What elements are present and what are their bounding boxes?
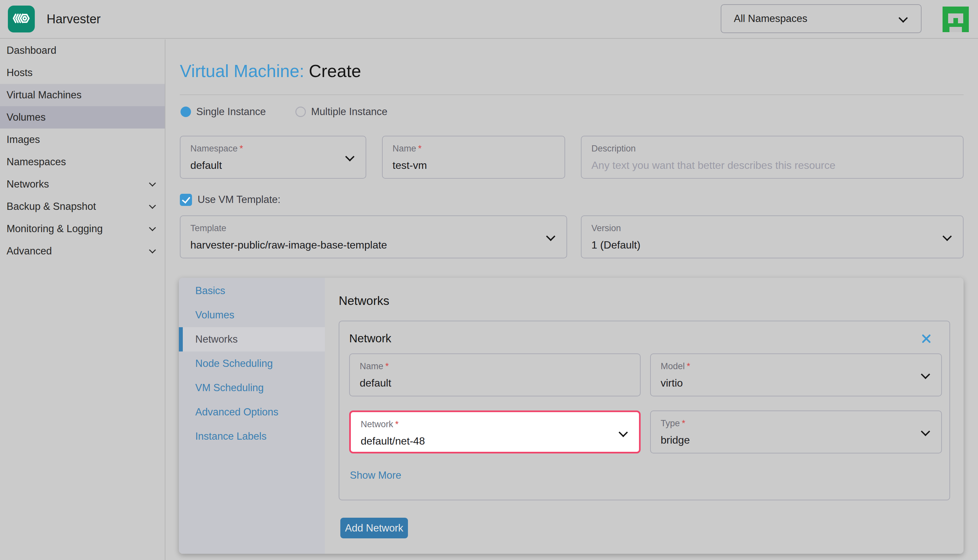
chevron-down-icon — [345, 152, 354, 161]
tab-networks[interactable]: Networks — [179, 327, 325, 352]
sidebar-item-namespaces[interactable]: Namespaces — [0, 151, 165, 173]
chevron-down-icon — [921, 370, 930, 379]
network-model-label: Model — [660, 361, 685, 371]
version-label: Version — [592, 223, 621, 233]
sidebar-nav: Dashboard Hosts Virtual Machines Volumes… — [0, 39, 166, 560]
use-vm-template-label: Use VM Template: — [197, 194, 281, 205]
description-field[interactable]: Description Any text you want that bette… — [581, 136, 963, 179]
network-name-value: default — [360, 377, 391, 389]
required-marker: * — [687, 361, 690, 371]
page-title-action: Create — [309, 61, 361, 81]
chevron-down-icon — [546, 232, 555, 241]
network-name-field[interactable]: Name* default — [349, 353, 640, 397]
description-label: Description — [592, 143, 636, 153]
version-value: 1 (Default) — [592, 239, 640, 251]
sidebar-item-images[interactable]: Images — [0, 128, 165, 151]
namespace-filter-value: All Namespaces — [734, 13, 807, 25]
sidebar-item-virtual-machines[interactable]: Virtual Machines — [0, 84, 165, 106]
sidebar-item-monitoring-logging[interactable]: Monitoring & Logging — [0, 218, 165, 240]
tab-volumes[interactable]: Volumes — [179, 303, 325, 327]
required-marker: * — [239, 143, 243, 153]
network-model-select[interactable]: Model* virtio — [650, 353, 942, 397]
sidebar-item-volumes[interactable]: Volumes — [0, 106, 165, 128]
page-title-resource: Virtual Machine: — [180, 61, 304, 81]
network-model-value: virtio — [660, 377, 683, 389]
sidebar-item-advanced[interactable]: Advanced — [0, 240, 165, 262]
network-network-value: default/net-48 — [361, 435, 425, 447]
chevron-down-icon — [921, 427, 930, 436]
name-field[interactable]: Name* test-vm — [382, 136, 565, 179]
network-type-select[interactable]: Type* bridge — [650, 410, 942, 453]
version-select[interactable]: Version 1 (Default) — [581, 215, 963, 258]
required-marker: * — [385, 361, 389, 371]
required-marker: * — [395, 419, 399, 429]
chevron-down-icon — [149, 246, 156, 253]
networks-section-heading: Networks — [339, 294, 389, 308]
multiple-instance-label: Multiple Instance — [311, 106, 388, 118]
harvester-logo-icon — [11, 8, 32, 30]
template-select[interactable]: Template harvester-public/raw-image-base… — [180, 215, 567, 258]
config-tabstrip: Basics Volumes Networks Node Scheduling … — [179, 278, 325, 554]
tab-node-scheduling[interactable]: Node Scheduling — [179, 352, 325, 376]
networks-tab-content: Networks Network Name* default Model* vi… — [325, 278, 963, 554]
rancher-logo-icon[interactable] — [943, 7, 969, 32]
chevron-down-icon — [619, 428, 628, 437]
namespace-filter-select[interactable]: All Namespaces — [721, 4, 921, 33]
instance-mode-radio-group: Single Instance Multiple Instance — [181, 105, 388, 118]
close-icon[interactable] — [920, 332, 932, 345]
name-value: test-vm — [393, 159, 427, 172]
sidebar-item-networks[interactable]: Networks — [0, 173, 165, 195]
namespace-value: default — [191, 159, 222, 172]
required-marker: * — [418, 143, 422, 153]
chevron-down-icon — [899, 13, 908, 23]
use-vm-template-checkbox[interactable] — [180, 194, 192, 206]
sidebar-item-dashboard[interactable]: Dashboard — [0, 39, 165, 62]
network-network-label: Network — [361, 419, 393, 429]
app-title: Harvester — [47, 0, 101, 38]
harvester-logo[interactable] — [8, 5, 35, 32]
add-network-button[interactable]: Add Network — [340, 518, 408, 538]
harvester-app: Harvester All Namespaces Dashboard Hosts… — [0, 0, 978, 560]
name-label: Name — [393, 143, 416, 153]
title-divider — [180, 95, 963, 95]
template-value: harvester-public/raw-image-base-template — [191, 239, 387, 251]
sidebar-item-backup-snapshot[interactable]: Backup & Snapshot — [0, 195, 165, 218]
single-instance-label: Single Instance — [196, 106, 266, 118]
description-placeholder: Any text you want that better describes … — [592, 159, 835, 172]
network-name-label: Name — [360, 361, 383, 371]
multiple-instance-radio[interactable] — [295, 107, 306, 117]
show-more-link[interactable]: Show More — [350, 470, 401, 481]
tab-advanced-options[interactable]: Advanced Options — [179, 400, 325, 424]
network-type-label: Type — [660, 418, 680, 428]
chevron-down-icon — [149, 202, 156, 208]
use-vm-template-row: Use VM Template: — [180, 193, 281, 206]
template-label: Template — [191, 223, 226, 233]
namespace-label: Namespace — [191, 143, 237, 153]
vm-config-panel: Basics Volumes Networks Node Scheduling … — [179, 278, 963, 554]
tab-instance-labels[interactable]: Instance Labels — [179, 424, 325, 448]
namespace-select[interactable]: Namespace* default — [180, 136, 366, 179]
single-instance-radio[interactable] — [181, 107, 191, 117]
network-network-select[interactable]: Network* default/net-48 — [349, 410, 640, 453]
network-card: Network Name* default Model* virtio Netw… — [339, 321, 950, 500]
page-title: Virtual Machine:Create — [180, 61, 361, 81]
top-bar: Harvester All Namespaces — [0, 0, 978, 39]
tab-basics[interactable]: Basics — [179, 279, 325, 303]
required-marker: * — [682, 418, 685, 428]
sidebar-item-hosts[interactable]: Hosts — [0, 62, 165, 84]
chevron-down-icon — [149, 224, 156, 231]
chevron-down-icon — [149, 179, 156, 186]
tab-vm-scheduling[interactable]: VM Scheduling — [179, 376, 325, 400]
network-type-value: bridge — [660, 434, 690, 446]
chevron-down-icon — [943, 232, 952, 241]
network-card-heading: Network — [349, 332, 391, 345]
